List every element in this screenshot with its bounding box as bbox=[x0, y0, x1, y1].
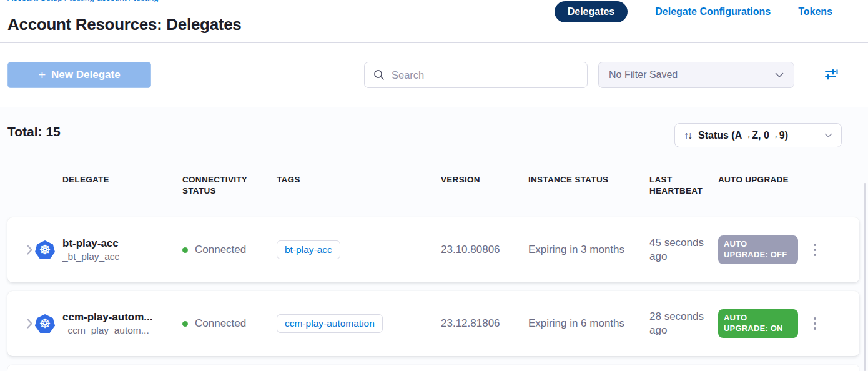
auto-upgrade-badge: AUTO UPGRADE: OFF bbox=[718, 235, 798, 264]
instance-status: Expiring in 6 months bbox=[528, 317, 624, 330]
tab-delegates[interactable]: Delegates bbox=[555, 1, 628, 22]
col-tags: TAGS bbox=[277, 174, 441, 197]
expand-chevron-icon[interactable] bbox=[7, 245, 35, 255]
instance-status: Expiring in 3 months bbox=[528, 244, 624, 256]
saved-filter-dropdown[interactable]: No Filter Saved bbox=[598, 62, 794, 88]
new-delegate-label: New Delegate bbox=[51, 69, 121, 81]
connectivity-status: Connected bbox=[195, 244, 246, 256]
table-row[interactable]: ☸ ccm-play-autom... _ccm_play_autom... C… bbox=[7, 291, 859, 356]
toolbar: + New Delegate No Filter Saved bbox=[0, 43, 868, 106]
tab-tokens[interactable]: Tokens bbox=[798, 6, 832, 17]
col-last-heartbeat: LAST HEARTBEAT bbox=[649, 174, 718, 197]
col-connectivity-status: CONNECTIVITY STATUS bbox=[182, 174, 277, 197]
expand-chevron-icon[interactable] bbox=[7, 319, 35, 329]
search-box bbox=[364, 62, 588, 88]
connected-status-dot bbox=[182, 321, 188, 327]
plus-icon: + bbox=[38, 69, 46, 81]
delegate-id: _ccm_play_autom... bbox=[62, 325, 153, 336]
kubernetes-icon: ☸ bbox=[35, 314, 62, 333]
row-menu-button[interactable] bbox=[810, 240, 820, 260]
sliders-icon bbox=[824, 67, 840, 82]
col-auto-upgrade: AUTO UPGRADE bbox=[718, 174, 810, 197]
col-instance-status: INSTANCE STATUS bbox=[528, 174, 649, 197]
table-row[interactable]: ☸ bt-play-acc _bt_play_acc Connected bt-… bbox=[7, 217, 859, 282]
version: 23.10.80806 bbox=[441, 244, 500, 256]
sort-dropdown[interactable]: ↑↓ Status (A→Z, 0→9) bbox=[674, 123, 842, 147]
connectivity-status: Connected bbox=[195, 317, 246, 330]
sort-value: Status (A→Z, 0→9) bbox=[698, 130, 817, 141]
page-title: Account Resources: Delegates bbox=[7, 15, 242, 34]
sort-arrows-icon: ↑↓ bbox=[684, 130, 691, 141]
last-heartbeat: 28 seconds ago bbox=[649, 310, 713, 337]
tag-chip: bt-play-acc bbox=[277, 240, 340, 259]
page-header: Account Setup / testing-account / testin… bbox=[0, 0, 868, 43]
chevron-down-icon bbox=[824, 133, 832, 138]
saved-filter-value: No Filter Saved bbox=[609, 69, 678, 81]
new-delegate-button[interactable]: + New Delegate bbox=[7, 62, 151, 88]
search-input[interactable] bbox=[392, 69, 578, 81]
tag-chip: ccm-play-automation bbox=[277, 314, 383, 333]
kubernetes-icon: ☸ bbox=[35, 240, 62, 259]
version: 23.12.81806 bbox=[441, 317, 500, 330]
table-row-partial bbox=[7, 365, 859, 371]
breadcrumb-link[interactable]: Account Setup / testing-account / testin… bbox=[7, 0, 159, 2]
tab-delegate-configurations[interactable]: Delegate Configurations bbox=[655, 6, 771, 17]
total-count: Total: 15 bbox=[7, 124, 61, 139]
connected-status-dot bbox=[182, 247, 188, 253]
scrollbar[interactable] bbox=[864, 183, 866, 371]
chevron-down-icon bbox=[775, 72, 784, 78]
delegate-id: _bt_play_acc bbox=[62, 251, 119, 262]
delegate-name: bt-play-acc bbox=[62, 237, 119, 250]
table-header: DELEGATE CONNECTIVITY STATUS TAGS VERSIO… bbox=[7, 174, 859, 197]
tab-bar: Delegates Delegate Configurations Tokens bbox=[555, 1, 832, 22]
col-version: VERSION bbox=[441, 174, 528, 197]
row-menu-button[interactable] bbox=[810, 314, 820, 334]
breadcrumb: Account Setup / testing-account / testin… bbox=[7, 0, 270, 4]
search-icon bbox=[373, 69, 385, 81]
auto-upgrade-badge: AUTO UPGRADE: ON bbox=[718, 309, 798, 338]
delegate-name: ccm-play-autom... bbox=[62, 311, 153, 324]
filter-settings-button[interactable] bbox=[822, 65, 841, 84]
col-delegate: DELEGATE bbox=[62, 174, 182, 197]
last-heartbeat: 45 seconds ago bbox=[649, 236, 713, 264]
delegates-list-panel: Total: 15 ↑↓ Status (A→Z, 0→9) DELEGATE … bbox=[0, 107, 868, 371]
